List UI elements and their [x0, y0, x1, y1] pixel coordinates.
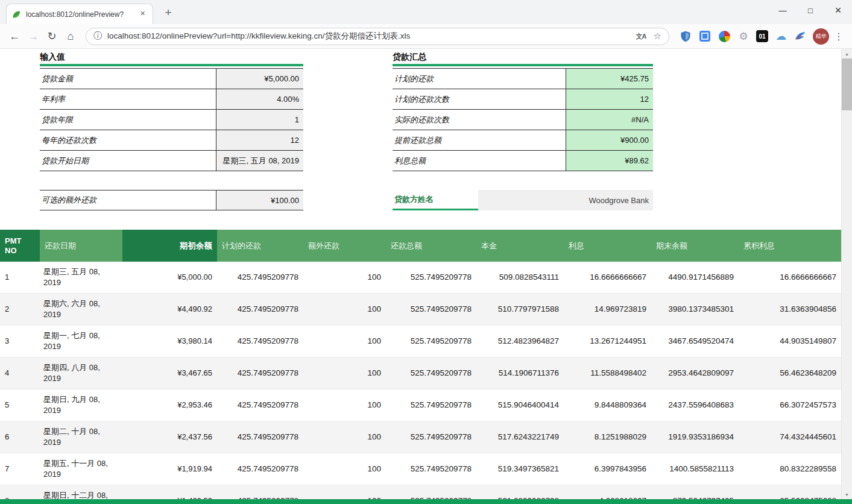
row-value: #N/A — [566, 110, 653, 130]
panel-row: 利息总额¥89.62 — [393, 151, 653, 171]
schedule-row: 4星期四, 八月 08, 2019¥3,467.65425.7495209778… — [0, 358, 841, 389]
schedule-cell: 425.7495209778 — [217, 262, 303, 294]
reload-button[interactable]: ↻ — [43, 28, 60, 45]
schedule-cell: 85.5008475628 — [739, 485, 841, 500]
vertical-scrollbar[interactable]: ▲ ▼ — [841, 49, 852, 499]
tab-counter-badge[interactable]: 01 — [756, 30, 768, 42]
schedule-cell: 11.5588498402 — [564, 358, 651, 389]
row-label: 提前还款总额 — [393, 130, 566, 150]
column-header: 还款总额 — [386, 230, 476, 262]
schedule-cell: 8 — [0, 485, 40, 500]
schedule-cell: 6 — [0, 421, 40, 453]
schedule-cell: 425.7495209778 — [217, 326, 303, 358]
scroll-down-icon[interactable]: ▼ — [842, 490, 852, 499]
tab-close-icon[interactable]: × — [137, 9, 148, 19]
colorful-circle-extension-icon[interactable] — [718, 30, 731, 43]
page-info-icon[interactable]: ⓘ — [93, 31, 102, 42]
schedule-cell: ¥5,000.00 — [122, 262, 217, 294]
panel-row: 提前还款总额¥900.00 — [393, 130, 653, 151]
browser-toolbar: ← → ↻ ⌂ ⓘ localhost:8012/onlinePreview?u… — [0, 24, 852, 49]
lender-value: Woodgrove Bank — [478, 190, 653, 210]
column-header: 期末余额 — [651, 230, 739, 262]
schedule-cell: 16.6666666667 — [739, 262, 841, 294]
schedule-cell: 100 — [303, 453, 386, 485]
translate-icon[interactable]: 文A — [636, 32, 646, 41]
schedule-cell: 100 — [303, 326, 386, 358]
schedule-cell: 100 — [303, 389, 386, 421]
row-label: 贷款金额 — [40, 69, 216, 89]
address-bar[interactable]: ⓘ localhost:8012/onlinePreview?url=http:… — [86, 28, 669, 45]
minimize-button[interactable]: — — [769, 0, 797, 20]
blue-square-extension-icon[interactable] — [698, 30, 712, 43]
shield-extension-icon[interactable] — [679, 30, 692, 43]
forward-button[interactable]: → — [25, 28, 42, 45]
schedule-cell: 16.6666666667 — [564, 262, 651, 294]
schedule-cell: 525.7495209778 — [386, 421, 476, 453]
maximize-button[interactable]: □ — [797, 0, 824, 20]
row-label: 计划的还款 — [393, 69, 566, 89]
row-label: 每年的还款次数 — [40, 130, 216, 150]
extra-payment-row: 可选的额外还款 ¥100.00 — [40, 190, 303, 210]
schedule-cell: 525.7495209778 — [386, 389, 476, 421]
row-value: 1 — [216, 110, 303, 130]
scrollbar-thumb[interactable] — [842, 58, 852, 110]
schedule-cell: 100 — [303, 294, 386, 326]
row-value: ¥5,000.00 — [216, 69, 303, 89]
leaf-favicon-icon — [11, 10, 21, 19]
schedule-cell: 425.7495209778 — [217, 389, 303, 421]
schedule-row: 8星期日, 十二月 08, 2019¥1,400.59425.749520977… — [0, 485, 841, 500]
column-header: 额外还款 — [303, 230, 386, 262]
close-window-button[interactable]: × — [824, 0, 852, 20]
amortization-table: PMT NO还款日期期初余额计划的还款额外还款还款总额本金利息期末余额累积利息 … — [0, 230, 841, 499]
schedule-cell: 525.7495209778 — [386, 326, 476, 358]
url-text[interactable]: localhost:8012/onlinePreview?url=http://… — [107, 31, 629, 42]
schedule-cell: 2953.4642809097 — [651, 358, 739, 389]
schedule-cell: 56.4623648209 — [739, 358, 841, 389]
schedule-cell: 525.7495209778 — [386, 485, 476, 500]
row-label: 贷款开始日期 — [40, 151, 216, 171]
schedule-cell: 521.0809023708 — [476, 485, 564, 500]
schedule-cell: ¥3,467.65 — [122, 358, 217, 389]
panel-row: 计划的还款¥425.75 — [393, 69, 653, 89]
row-value: ¥900.00 — [566, 130, 653, 150]
column-header: 本金 — [476, 230, 564, 262]
row-label: 可选的额外还款 — [40, 191, 216, 210]
window-controls: — □ × — [769, 0, 852, 20]
schedule-cell: 星期三, 五月 08, 2019 — [40, 262, 122, 294]
inputs-panel: 输入值 贷款金额¥5,000.00年利率4.00%贷款年限1每年的还款次数12贷… — [40, 51, 303, 210]
row-label: 计划的还款次数 — [393, 89, 566, 109]
lender-label: 贷款方姓名 — [393, 190, 478, 210]
back-button[interactable]: ← — [6, 28, 23, 45]
schedule-cell: 425.7495209778 — [217, 453, 303, 485]
schedule-cell: 星期一, 七月 08, 2019 — [40, 326, 122, 358]
schedule-cell: 9.8448809364 — [564, 389, 651, 421]
bookmark-star-icon[interactable]: ☆ — [654, 31, 661, 42]
schedule-cell: 100 — [303, 485, 386, 500]
row-label: 实际的还款次数 — [393, 110, 566, 130]
gear-extension-icon[interactable]: ⚙ — [737, 30, 750, 43]
summary-green-underline — [393, 64, 653, 66]
column-header: 累积利息 — [739, 230, 841, 262]
home-button[interactable]: ⌂ — [62, 28, 79, 45]
bird-extension-icon[interactable] — [794, 30, 807, 43]
browser-tab[interactable]: localhost:8012/onlinePreview? × — [6, 4, 153, 24]
schedule-cell: 525.7495209778 — [386, 294, 476, 326]
row-label: 利息总额 — [393, 151, 566, 171]
schedule-row: 5星期日, 九月 08, 2019¥2,953.46425.7495209778… — [0, 389, 841, 421]
schedule-cell: 74.4324445601 — [739, 421, 841, 453]
new-tab-button[interactable]: + — [160, 5, 176, 21]
row-value: 12 — [216, 130, 303, 150]
inputs-green-underline — [40, 64, 303, 66]
column-header: PMT NO — [0, 230, 40, 262]
schedule-row: 3星期一, 七月 08, 2019¥3,980.14425.7495209778… — [0, 326, 841, 358]
browser-menu-icon[interactable]: ⋮ — [831, 28, 846, 45]
schedule-cell: 100 — [303, 421, 386, 453]
row-value: ¥100.00 — [216, 191, 303, 210]
schedule-cell: 8.1251988029 — [564, 421, 651, 453]
profile-avatar[interactable]: 精华 — [813, 28, 829, 45]
scroll-up-icon[interactable]: ▲ — [842, 49, 852, 58]
inputs-panel-title: 输入值 — [40, 51, 303, 63]
schedule-cell: ¥1,919.94 — [122, 453, 217, 485]
row-value: 星期三, 五月 08, 2019 — [216, 151, 303, 171]
cloud-extension-icon[interactable]: ☁ — [774, 30, 787, 43]
